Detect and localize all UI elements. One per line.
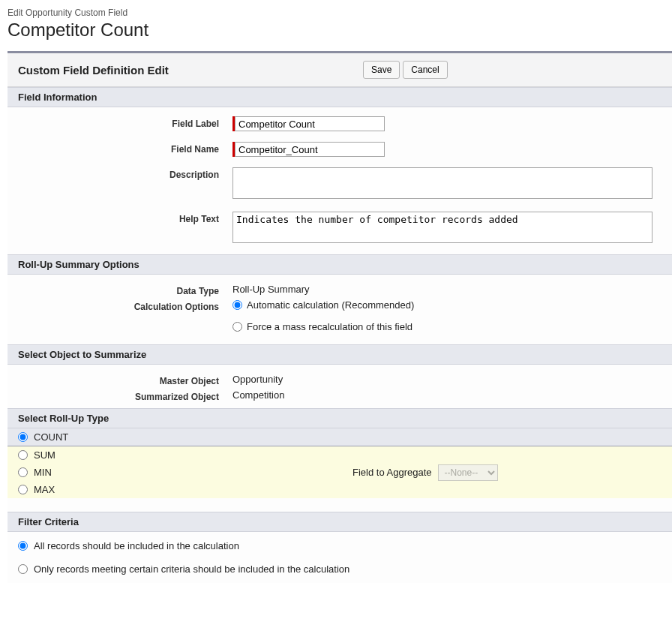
radio-auto-calc-label: Automatic calculation (Recommended)	[247, 299, 414, 311]
filter-option-all[interactable]: All records should be included in the ca…	[8, 538, 672, 554]
label-help-text: Help Text	[8, 212, 232, 224]
radio-filter-only-label: Only records meeting certain criteria sh…	[34, 563, 350, 575]
rollup-option-max[interactable]: MAX	[8, 481, 672, 498]
radio-force-recalc[interactable]	[232, 322, 242, 332]
radio-sum-label: SUM	[34, 449, 56, 461]
main-panel: Custom Field Definition Edit Save Cancel…	[8, 51, 672, 583]
radio-force-recalc-label: Force a mass recalculation of this field	[247, 321, 412, 332]
section-summarize: Select Object to Summarize	[8, 344, 672, 365]
field-name-input[interactable]	[235, 142, 385, 157]
value-summarized-object: Competition	[232, 389, 672, 401]
label-field-label: Field Label	[8, 116, 232, 129]
filter-option-only[interactable]: Only records meeting certain criteria sh…	[8, 561, 672, 577]
radio-min[interactable]	[18, 467, 28, 477]
radio-max[interactable]	[18, 485, 28, 494]
radio-max-label: MAX	[34, 484, 55, 495]
help-text-textarea[interactable]	[232, 212, 652, 243]
save-button[interactable]: Save	[363, 61, 400, 79]
section-field-information-body: Field Label Field Name Description Help …	[8, 107, 672, 254]
label-field-to-aggregate: Field to Aggregate	[352, 467, 432, 478]
rollup-disabled-group: SUM MIN MAX Field to Aggregate --None--	[8, 446, 672, 498]
radio-sum[interactable]	[18, 450, 28, 460]
panel-title: Custom Field Definition Edit	[18, 64, 363, 77]
section-rollup-options-body: Data Type Roll-Up Summary Calculation Op…	[8, 275, 672, 344]
radio-filter-all-label: All records should be included in the ca…	[34, 540, 239, 551]
radio-count[interactable]	[18, 432, 28, 442]
page-subtitle: Edit Opportunity Custom Field	[8, 8, 672, 18]
label-description: Description	[8, 167, 232, 180]
panel-header: Custom Field Definition Edit Save Cancel	[8, 53, 672, 87]
section-summarize-body: Master Object Opportunity Summarized Obj…	[8, 365, 672, 408]
value-master-object: Opportunity	[232, 374, 672, 385]
rollup-option-sum[interactable]: SUM	[8, 446, 672, 464]
value-data-type: Roll-Up Summary	[232, 284, 672, 295]
rollup-option-min[interactable]: MIN	[8, 464, 672, 481]
radio-auto-calc[interactable]	[232, 300, 242, 310]
select-field-to-aggregate[interactable]: --None--	[438, 464, 498, 481]
label-data-type: Data Type	[8, 284, 232, 296]
label-field-name: Field Name	[8, 142, 232, 155]
rollup-option-count[interactable]: COUNT	[8, 428, 672, 446]
radio-filter-all[interactable]	[18, 541, 28, 551]
section-rollup-options: Roll-Up Summary Options	[8, 254, 672, 275]
section-filter-criteria: Filter Criteria	[8, 512, 672, 532]
field-to-aggregate: Field to Aggregate --None--	[352, 464, 498, 481]
rollup-type-list: COUNT SUM MIN MAX Field to Aggregate --N…	[8, 428, 672, 498]
description-textarea[interactable]	[232, 167, 652, 199]
cancel-button[interactable]: Cancel	[403, 61, 447, 79]
page-title: Competitor Count	[8, 20, 672, 41]
label-master-object: Master Object	[8, 374, 232, 386]
radio-filter-only[interactable]	[18, 564, 28, 574]
label-summarized-object: Summarized Object	[8, 389, 232, 402]
label-calc-options: Calculation Options	[8, 299, 232, 312]
section-rollup-type: Select Roll-Up Type	[8, 408, 672, 428]
section-filter-criteria-body: All records should be included in the ca…	[8, 532, 672, 583]
radio-min-label: MIN	[34, 467, 52, 478]
field-label-input[interactable]	[235, 116, 385, 131]
section-field-information: Field Information	[8, 87, 672, 107]
radio-count-label: COUNT	[34, 431, 68, 443]
